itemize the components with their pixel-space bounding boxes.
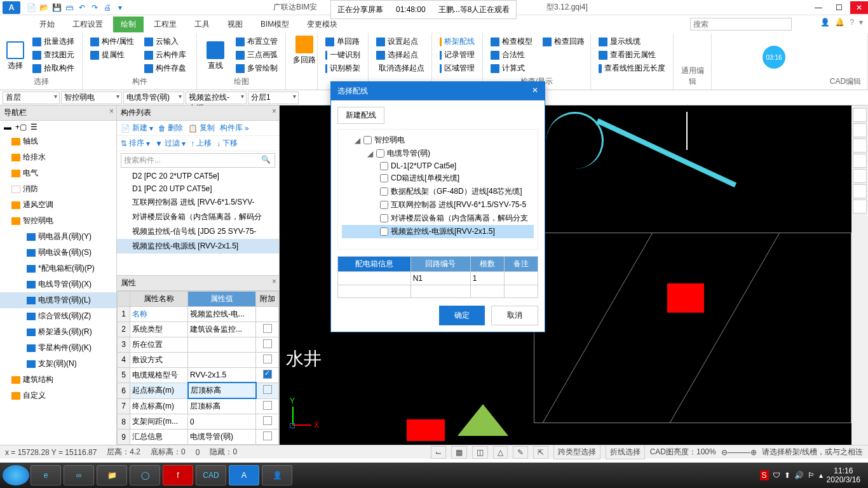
batch-select-button[interactable]: 批量选择 <box>30 36 77 48</box>
dd-system[interactable]: 智控弱电 <box>61 92 122 104</box>
select-button[interactable]: 选择 <box>5 36 25 76</box>
prop-chk[interactable] <box>263 355 272 363</box>
prop-chk[interactable] <box>263 385 272 394</box>
sb-move-icon[interactable]: ⇱ <box>533 446 548 459</box>
nav-tool-add-icon[interactable]: +▢ <box>15 123 27 132</box>
nav-item-weak-device[interactable]: 弱电器具(弱)(Y) <box>0 229 116 245</box>
nav-tool-collapse-icon[interactable]: ▬ <box>4 123 11 132</box>
start-button[interactable] <box>3 465 29 485</box>
area-mgmt-button[interactable]: 区域管理 <box>437 62 477 74</box>
tray-ime-icon[interactable]: S <box>760 470 769 480</box>
qat-save-icon[interactable]: 💾 <box>51 2 62 13</box>
cloud-input-button[interactable]: 云输入 <box>142 36 189 48</box>
comp-item[interactable]: 互联网控制器 进线 [RVV-6*1.5/SYV- <box>117 195 279 210</box>
record-mgmt-button[interactable]: 记录管理 <box>437 49 477 61</box>
single-circuit-button[interactable]: 单回路 <box>323 36 363 48</box>
comp-item[interactable]: 视频监控线-信号线 [JDG 25 SYV-75- <box>117 224 279 239</box>
comp-item-selected[interactable]: 视频监控线-电源线 [RVV-2x1.5] <box>117 239 279 254</box>
new-comp-button[interactable]: 📄新建▾ <box>121 123 153 133</box>
task-cloud[interactable]: ∞ <box>64 465 94 485</box>
view-length-button[interactable]: 查看线性图元长度 <box>596 62 668 74</box>
comp-item[interactable]: D1 [PC 20 UTP CAT5e] <box>117 182 279 195</box>
dlg-tree-item[interactable]: 数据配线架（GF-48D）进线[48芯光缆] <box>342 185 534 198</box>
moveup-button[interactable]: ↑上移 <box>191 138 212 149</box>
tab-draw[interactable]: 绘制 <box>113 17 144 32</box>
nav-item-custom[interactable]: 自定义 <box>0 388 116 403</box>
tray-shield-icon[interactable]: 🛡 <box>773 471 780 480</box>
dlg-tree-item[interactable]: 对讲楼层设备箱（内含隔离器，解码分支 <box>342 212 534 225</box>
task-flash[interactable]: f <box>163 465 193 485</box>
nav-item-weak-equip[interactable]: 弱电设备(弱)(S) <box>0 245 116 261</box>
tray-flag-icon[interactable]: 🏳 <box>808 471 815 480</box>
prop-chk[interactable] <box>263 431 272 440</box>
sort-button[interactable]: ⇅排序▾ <box>121 138 150 149</box>
tree-checkbox[interactable] <box>380 187 388 196</box>
complist-close-icon[interactable]: × <box>272 107 276 116</box>
nav-item-elec[interactable]: 电气 <box>0 165 116 181</box>
prop-val[interactable]: 0 <box>188 414 256 430</box>
rtool-cube-icon[interactable] <box>853 108 867 122</box>
tray-clock[interactable]: 11:16 2020/3/16 <box>827 466 860 485</box>
sb-snap-icon[interactable]: ⌙ <box>431 446 446 459</box>
lib-button[interactable]: 构件库» <box>220 123 249 133</box>
tab-start[interactable]: 开始 <box>32 17 62 32</box>
task-explorer[interactable]: 📁 <box>97 465 127 485</box>
maximize-button[interactable]: ☐ <box>830 1 848 14</box>
comp-search-input[interactable]: 搜索构件... 🔍 <box>121 153 275 168</box>
movedown-button[interactable]: ↓下移 <box>217 138 238 149</box>
tree-checkbox[interactable] <box>363 136 372 144</box>
tree-checkbox[interactable] <box>376 149 384 158</box>
dropdown-icon[interactable]: ▾ <box>859 18 863 27</box>
cancel-button[interactable]: 取消 <box>491 306 538 325</box>
nav-item-weak[interactable]: 智控弱电 <box>0 213 116 229</box>
prop-chk-on[interactable] <box>263 370 272 379</box>
check-model-button[interactable]: 检查模型 <box>488 36 535 48</box>
nav-tool-list-icon[interactable]: ☰ <box>31 123 37 132</box>
comp-item[interactable]: D2 [PC 20 2*UTP CAT5e] <box>117 170 279 182</box>
nav-item-hvac[interactable]: 通风空调 <box>0 197 116 213</box>
prop-val[interactable]: 电缆导管(弱) <box>188 430 256 445</box>
minimize-button[interactable]: — <box>810 1 827 14</box>
task-chat[interactable]: ◯ <box>130 465 160 485</box>
tray-more-icon[interactable]: ▴ <box>819 471 823 480</box>
tree-checkbox[interactable] <box>380 174 388 182</box>
dlg-tree-item[interactable]: 互联网控制器 进线[RVV-6*1.5/SYV-75-5 <box>342 198 534 212</box>
prop-chk[interactable] <box>263 401 272 410</box>
tree-checkbox[interactable] <box>380 162 388 170</box>
qat-new-icon[interactable]: 📄 <box>25 2 37 13</box>
filter-button[interactable]: ▼过滤▾ <box>155 138 186 149</box>
prop-val[interactable] <box>188 337 256 352</box>
search-icon[interactable]: 🔍 <box>261 155 271 164</box>
prop-chk[interactable] <box>263 416 272 425</box>
tab-project[interactable]: 工程设置 <box>65 17 111 32</box>
task-ie[interactable]: e <box>31 465 61 485</box>
sb-grid-icon[interactable]: ▦ <box>451 446 467 459</box>
view-elem-prop-button[interactable]: 查看图元属性 <box>596 49 668 61</box>
nav-item-wire-conduit[interactable]: 电线导管(弱)(X) <box>0 276 116 292</box>
prop-val[interactable]: 建筑设备监控... <box>188 322 256 337</box>
sb-broken-line[interactable]: 折线选择 <box>606 445 645 459</box>
nav-item-axis[interactable]: 轴线 <box>0 133 116 149</box>
rtool-layer-icon[interactable] <box>853 184 867 198</box>
task-user[interactable]: 👤 <box>262 465 292 485</box>
pick-component-button[interactable]: 拾取构件 <box>30 62 77 74</box>
multi-circuit-button[interactable]: 多回路 <box>291 36 318 65</box>
recog-bridge-button[interactable]: 识别桥架 <box>323 62 363 74</box>
tab-view[interactable]: 视图 <box>220 17 250 32</box>
prop-val[interactable] <box>188 352 256 367</box>
help-icon[interactable]: ? <box>850 18 854 27</box>
dialog-close-icon[interactable]: ✕ <box>532 86 538 97</box>
sb-brightness[interactable]: CAD图亮度：100% <box>650 447 716 458</box>
dd-layer[interactable]: 分层1 <box>248 92 299 104</box>
del-comp-button[interactable]: 🗑删除 <box>158 123 183 133</box>
select-start-button[interactable]: 选择起点 <box>374 49 426 61</box>
show-cable-button[interactable]: 显示线缆 <box>596 36 668 48</box>
new-wiring-button[interactable]: 新建配线 <box>337 107 384 124</box>
dd-item[interactable]: 视频监控线-电源 <box>186 92 247 104</box>
nav-close-icon[interactable]: × <box>109 107 114 116</box>
comp-item[interactable]: 对讲楼层设备箱（内含隔离器，解码分 <box>117 210 279 224</box>
extract-prop-button[interactable]: 提属性 <box>88 49 137 61</box>
dlg-tree-item-selected[interactable]: 视频监控线-电源线[RVV-2x1.5] <box>342 225 534 238</box>
comp-prop-button[interactable]: 构件/属性 <box>88 36 137 48</box>
rtool-3d-icon[interactable] <box>853 169 867 183</box>
